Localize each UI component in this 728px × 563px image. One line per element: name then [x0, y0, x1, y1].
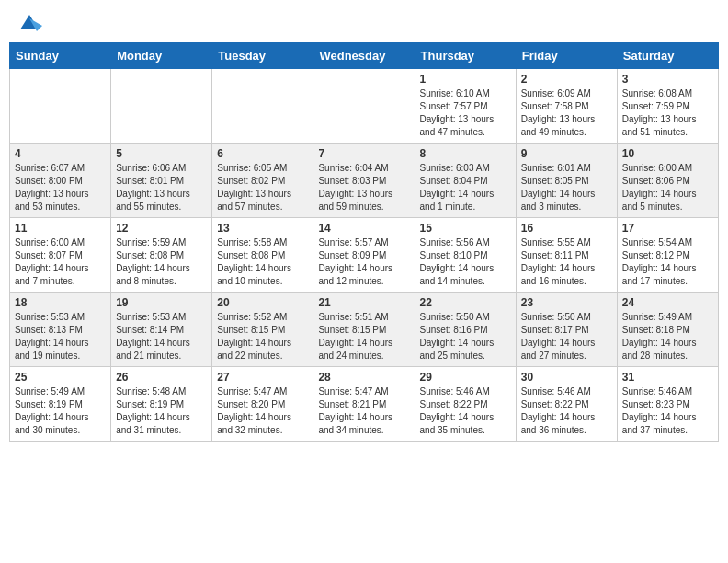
day-number: 8	[420, 147, 511, 160]
weekday-header-sunday: Sunday	[10, 43, 111, 69]
calendar-cell: 18Sunrise: 5:53 AMSunset: 8:13 PMDayligh…	[10, 293, 111, 367]
day-info: Sunrise: 5:51 AMSunset: 8:15 PMDaylight:…	[318, 311, 409, 362]
day-number: 1	[420, 73, 511, 86]
calendar-week-row: 18Sunrise: 5:53 AMSunset: 8:13 PMDayligh…	[10, 293, 719, 367]
day-info: Sunrise: 6:08 AMSunset: 7:59 PMDaylight:…	[622, 87, 713, 139]
day-number: 24	[622, 296, 713, 309]
calendar-cell: 26Sunrise: 5:48 AMSunset: 8:19 PMDayligh…	[111, 367, 212, 442]
day-info: Sunrise: 6:01 AMSunset: 8:05 PMDaylight:…	[521, 162, 612, 213]
day-number: 25	[15, 371, 106, 384]
day-info: Sunrise: 5:53 AMSunset: 8:14 PMDaylight:…	[116, 311, 207, 362]
day-info: Sunrise: 6:00 AMSunset: 8:06 PMDaylight:…	[622, 162, 713, 213]
calendar-cell: 31Sunrise: 5:46 AMSunset: 8:23 PMDayligh…	[617, 367, 718, 442]
day-info: Sunrise: 5:58 AMSunset: 8:08 PMDaylight:…	[217, 236, 308, 288]
day-number: 3	[622, 73, 713, 86]
day-info: Sunrise: 6:10 AMSunset: 7:57 PMDaylight:…	[420, 87, 511, 139]
weekday-header-tuesday: Tuesday	[212, 43, 313, 69]
day-number: 15	[420, 222, 511, 235]
day-info: Sunrise: 6:09 AMSunset: 7:58 PMDaylight:…	[521, 87, 612, 139]
weekday-header-friday: Friday	[516, 43, 617, 69]
calendar-cell: 12Sunrise: 5:59 AMSunset: 8:08 PMDayligh…	[111, 218, 212, 293]
day-info: Sunrise: 5:49 AMSunset: 8:19 PMDaylight:…	[15, 385, 106, 437]
logo	[13, 9, 42, 35]
calendar-cell: 11Sunrise: 6:00 AMSunset: 8:07 PMDayligh…	[10, 218, 111, 293]
day-number: 23	[521, 296, 612, 309]
page-header	[9, 9, 719, 35]
day-number: 30	[521, 371, 612, 384]
weekday-header-thursday: Thursday	[415, 43, 516, 69]
calendar-cell: 3Sunrise: 6:08 AMSunset: 7:59 PMDaylight…	[617, 69, 718, 144]
day-info: Sunrise: 5:50 AMSunset: 8:17 PMDaylight:…	[521, 311, 612, 362]
day-number: 16	[521, 222, 612, 235]
day-number: 13	[217, 222, 308, 235]
calendar-cell: 10Sunrise: 6:00 AMSunset: 8:06 PMDayligh…	[617, 144, 718, 218]
calendar-cell: 2Sunrise: 6:09 AMSunset: 7:58 PMDaylight…	[516, 69, 617, 144]
calendar-cell: 5Sunrise: 6:06 AMSunset: 8:01 PMDaylight…	[111, 144, 212, 218]
day-number: 4	[15, 147, 106, 160]
day-number: 27	[217, 371, 308, 384]
day-info: Sunrise: 6:05 AMSunset: 8:02 PMDaylight:…	[217, 162, 308, 213]
day-info: Sunrise: 5:46 AMSunset: 8:23 PMDaylight:…	[622, 385, 713, 437]
day-number: 12	[116, 222, 207, 235]
day-number: 11	[15, 222, 106, 235]
day-info: Sunrise: 5:50 AMSunset: 8:16 PMDaylight:…	[420, 311, 511, 362]
day-info: Sunrise: 5:46 AMSunset: 8:22 PMDaylight:…	[521, 385, 612, 437]
day-number: 6	[217, 147, 308, 160]
day-number: 10	[622, 147, 713, 160]
day-number: 14	[318, 222, 409, 235]
weekday-header-monday: Monday	[111, 43, 212, 69]
logo-icon	[17, 9, 42, 35]
day-info: Sunrise: 6:03 AMSunset: 8:04 PMDaylight:…	[420, 162, 511, 213]
day-info: Sunrise: 5:47 AMSunset: 8:20 PMDaylight:…	[217, 385, 308, 437]
day-number: 31	[622, 371, 713, 384]
calendar-cell: 1Sunrise: 6:10 AMSunset: 7:57 PMDaylight…	[415, 69, 516, 144]
day-number: 21	[318, 296, 409, 309]
day-number: 29	[420, 371, 511, 384]
calendar-cell: 16Sunrise: 5:55 AMSunset: 8:11 PMDayligh…	[516, 218, 617, 293]
calendar-week-row: 11Sunrise: 6:00 AMSunset: 8:07 PMDayligh…	[10, 218, 719, 293]
day-number: 19	[116, 296, 207, 309]
day-info: Sunrise: 5:53 AMSunset: 8:13 PMDaylight:…	[15, 311, 106, 362]
day-number: 9	[521, 147, 612, 160]
calendar-week-row: 25Sunrise: 5:49 AMSunset: 8:19 PMDayligh…	[10, 367, 719, 442]
calendar-cell: 21Sunrise: 5:51 AMSunset: 8:15 PMDayligh…	[313, 293, 415, 367]
calendar-cell: 8Sunrise: 6:03 AMSunset: 8:04 PMDaylight…	[415, 144, 516, 218]
calendar-cell	[111, 69, 212, 144]
calendar-cell: 29Sunrise: 5:46 AMSunset: 8:22 PMDayligh…	[415, 367, 516, 442]
day-info: Sunrise: 5:52 AMSunset: 8:15 PMDaylight:…	[217, 311, 308, 362]
weekday-header-saturday: Saturday	[617, 43, 718, 69]
day-number: 20	[217, 296, 308, 309]
calendar-cell: 6Sunrise: 6:05 AMSunset: 8:02 PMDaylight…	[212, 144, 313, 218]
day-number: 22	[420, 296, 511, 309]
day-info: Sunrise: 6:04 AMSunset: 8:03 PMDaylight:…	[318, 162, 409, 213]
calendar-cell: 22Sunrise: 5:50 AMSunset: 8:16 PMDayligh…	[415, 293, 516, 367]
day-number: 2	[521, 73, 612, 86]
calendar-cell: 19Sunrise: 5:53 AMSunset: 8:14 PMDayligh…	[111, 293, 212, 367]
day-number: 18	[15, 296, 106, 309]
calendar-cell: 9Sunrise: 6:01 AMSunset: 8:05 PMDaylight…	[516, 144, 617, 218]
calendar-cell: 24Sunrise: 5:49 AMSunset: 8:18 PMDayligh…	[617, 293, 718, 367]
day-number: 26	[116, 371, 207, 384]
calendar-cell: 23Sunrise: 5:50 AMSunset: 8:17 PMDayligh…	[516, 293, 617, 367]
day-info: Sunrise: 5:55 AMSunset: 8:11 PMDaylight:…	[521, 236, 612, 288]
calendar-cell	[212, 69, 313, 144]
calendar-cell: 17Sunrise: 5:54 AMSunset: 8:12 PMDayligh…	[617, 218, 718, 293]
day-info: Sunrise: 5:57 AMSunset: 8:09 PMDaylight:…	[318, 236, 409, 288]
day-number: 17	[622, 222, 713, 235]
calendar-cell: 13Sunrise: 5:58 AMSunset: 8:08 PMDayligh…	[212, 218, 313, 293]
calendar-cell: 14Sunrise: 5:57 AMSunset: 8:09 PMDayligh…	[313, 218, 415, 293]
day-info: Sunrise: 5:54 AMSunset: 8:12 PMDaylight:…	[622, 236, 713, 288]
day-info: Sunrise: 5:59 AMSunset: 8:08 PMDaylight:…	[116, 236, 207, 288]
day-info: Sunrise: 5:47 AMSunset: 8:21 PMDaylight:…	[318, 385, 409, 437]
day-info: Sunrise: 6:06 AMSunset: 8:01 PMDaylight:…	[116, 162, 207, 213]
day-info: Sunrise: 5:46 AMSunset: 8:22 PMDaylight:…	[420, 385, 511, 437]
day-number: 7	[318, 147, 409, 160]
day-number: 28	[318, 371, 409, 384]
day-info: Sunrise: 5:56 AMSunset: 8:10 PMDaylight:…	[420, 236, 511, 288]
calendar-cell: 27Sunrise: 5:47 AMSunset: 8:20 PMDayligh…	[212, 367, 313, 442]
calendar-cell: 25Sunrise: 5:49 AMSunset: 8:19 PMDayligh…	[10, 367, 111, 442]
calendar-cell: 7Sunrise: 6:04 AMSunset: 8:03 PMDaylight…	[313, 144, 415, 218]
day-number: 5	[116, 147, 207, 160]
calendar-week-row: 4Sunrise: 6:07 AMSunset: 8:00 PMDaylight…	[10, 144, 719, 218]
calendar-week-row: 1Sunrise: 6:10 AMSunset: 7:57 PMDaylight…	[10, 69, 719, 144]
